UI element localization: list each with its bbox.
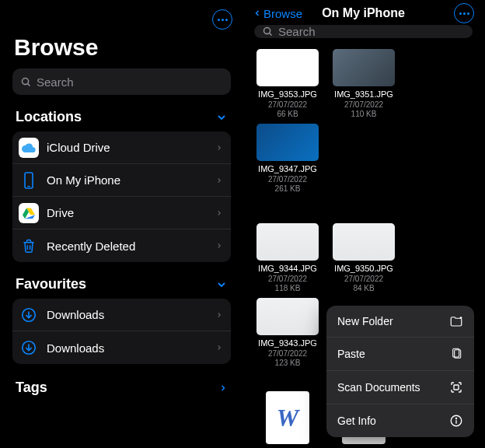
file-date: 27/07/2022 [268, 100, 307, 110]
location-label: iCloud Drive [47, 141, 215, 154]
file-item[interactable]: IMG_9350.JPG 27/07/2022 84 KB [327, 223, 400, 293]
clipboard-icon [451, 347, 463, 361]
tags-title: Tags [16, 380, 47, 396]
search-icon [262, 26, 274, 37]
file-item[interactable]: IMG_9353.JPG 27/07/2022 66 KB [251, 49, 324, 119]
search-field[interactable] [254, 25, 473, 38]
back-button[interactable]: Browse [253, 6, 302, 20]
favourite-item-downloads[interactable]: Downloads [12, 331, 231, 364]
file-size: 118 KB [275, 284, 301, 293]
browse-pane: Browse Locations iCloud Drive On My iPho… [3, 3, 240, 445]
trash-icon [19, 236, 39, 256]
chevron-right-icon [215, 175, 223, 186]
location-item-drive[interactable]: Drive [12, 197, 231, 229]
file-size: 84 KB [353, 284, 374, 293]
svg-line-1 [28, 83, 30, 86]
svg-rect-19 [454, 385, 459, 390]
svg-line-14 [270, 33, 272, 36]
search-icon [20, 76, 32, 88]
context-menu-label: Scan Documents [337, 381, 420, 394]
download-icon [19, 305, 39, 325]
file-date: 27/07/2022 [268, 349, 307, 359]
locations-title: Locations [16, 109, 82, 125]
favourite-item-downloads[interactable]: Downloads [12, 299, 231, 331]
chevron-right-icon [215, 240, 223, 251]
file-size: 110 KB [351, 110, 377, 119]
file-thumbnail [256, 49, 319, 86]
search-input[interactable] [37, 75, 223, 89]
back-label: Browse [263, 7, 302, 20]
context-menu-get-info[interactable]: Get Info [326, 404, 474, 437]
file-thumbnail [333, 49, 395, 86]
icloud-icon [19, 138, 39, 158]
info-icon [449, 414, 463, 428]
more-button[interactable] [454, 3, 474, 23]
iphone-icon [19, 170, 39, 191]
svg-rect-3 [27, 186, 30, 187]
word-doc-icon: W [266, 391, 309, 444]
more-button[interactable] [212, 9, 232, 30]
file-name: IMG_9344.JPG [258, 264, 317, 274]
file-item[interactable]: IMG_9343.JPG 27/07/2022 123 KB [251, 298, 324, 368]
file-name: IMG_9350.JPG [334, 264, 393, 274]
context-menu-paste[interactable]: Paste [326, 338, 474, 371]
ellipsis-icon [218, 19, 228, 21]
favourites-header[interactable]: Favourites [3, 273, 240, 299]
file-thumbnail [256, 298, 319, 335]
chevron-right-icon [218, 382, 228, 394]
chevron-right-icon [215, 342, 223, 353]
location-item-recently-deleted[interactable]: Recently Deleted [12, 229, 231, 262]
search-input[interactable] [278, 25, 465, 38]
tags-header[interactable]: Tags [3, 375, 240, 401]
context-menu: New Folder Paste Scan Documents Get Info [326, 306, 474, 437]
file-date: 27/07/2022 [344, 275, 383, 284]
file-name: IMG_9353.JPG [258, 89, 317, 100]
location-item-on-my-iphone[interactable]: On My iPhone [12, 164, 231, 197]
file-size: 66 KB [277, 110, 298, 119]
file-date: 27/07/2022 [268, 275, 307, 284]
chevron-down-icon [215, 278, 228, 291]
spacer [251, 198, 476, 219]
svg-point-22 [455, 418, 456, 418]
file-thumbnail [256, 124, 319, 161]
location-item-icloud[interactable]: iCloud Drive [12, 131, 231, 164]
locations-header[interactable]: Locations [3, 106, 240, 131]
favourites-title: Favourites [16, 276, 86, 292]
svg-point-13 [264, 28, 270, 34]
file-name: IMG_9351.JPG [334, 89, 393, 100]
nav-bar: Browse On My iPhone [245, 3, 482, 23]
file-item[interactable]: IMG_9344.JPG 27/07/2022 118 KB [251, 223, 324, 293]
ellipsis-icon [459, 12, 469, 15]
file-item[interactable]: W Spanking dating 27/09/2021 11 KB [251, 391, 324, 445]
file-date: 27/07/2022 [268, 175, 307, 184]
google-drive-icon [19, 203, 39, 223]
chevron-right-icon [215, 310, 223, 320]
file-item[interactable]: IMG_9347.JPG 27/07/2022 261 KB [251, 124, 324, 194]
context-menu-scan-documents[interactable]: Scan Documents [326, 371, 474, 404]
chevron-down-icon [215, 111, 228, 124]
svg-point-0 [23, 78, 29, 84]
location-label: On My iPhone [47, 173, 215, 187]
file-thumbnail [256, 223, 319, 261]
left-header [3, 3, 240, 33]
file-date: 27/07/2022 [344, 100, 383, 110]
file-size: 261 KB [275, 184, 301, 194]
location-label: Drive [47, 206, 215, 219]
locations-list: iCloud Drive On My iPhone Drive Recently… [12, 131, 231, 262]
chevron-right-icon [215, 142, 223, 153]
context-menu-label: Paste [337, 348, 365, 360]
download-icon [19, 338, 39, 358]
file-name: IMG_9347.JPG [258, 164, 317, 174]
context-menu-new-folder[interactable]: New Folder [326, 306, 474, 338]
scan-icon [449, 380, 463, 394]
file-name: IMG_9343.JPG [258, 338, 317, 348]
file-size: 123 KB [275, 359, 301, 368]
search-field[interactable] [12, 68, 231, 95]
chevron-right-icon [215, 208, 223, 219]
favourites-list: Downloads Downloads [12, 299, 231, 364]
file-thumbnail [333, 223, 395, 261]
file-item[interactable]: IMG_9351.JPG 27/07/2022 110 KB [327, 49, 400, 119]
favourite-label: Downloads [47, 308, 215, 321]
context-menu-label: Get Info [337, 415, 376, 427]
folder-pane: Browse On My iPhone IMG_9353.JPG 27/07/2… [245, 3, 482, 445]
